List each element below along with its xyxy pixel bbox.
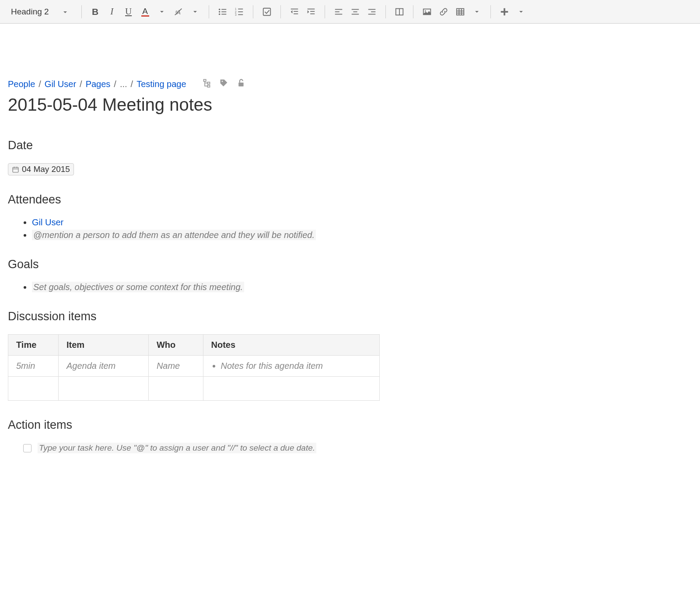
outdent-button[interactable] bbox=[286, 4, 303, 20]
task-checkbox[interactable] bbox=[23, 444, 32, 452]
table-header[interactable]: Who bbox=[148, 335, 203, 356]
text-color-dropdown[interactable] bbox=[154, 4, 170, 20]
list-item[interactable]: @mention a person to add them as an atte… bbox=[32, 230, 517, 240]
task-list-button[interactable] bbox=[259, 4, 275, 20]
table-cell[interactable] bbox=[203, 377, 379, 401]
clear-formatting-button[interactable]: ᵃA bbox=[170, 4, 187, 20]
svg-rect-40 bbox=[500, 11, 508, 13]
unlock-icon[interactable] bbox=[236, 78, 245, 90]
toolbar-separator bbox=[81, 5, 82, 18]
bullet-list-button[interactable] bbox=[214, 4, 231, 20]
numbered-list-icon: 123 bbox=[234, 7, 244, 17]
toolbar-separator bbox=[325, 5, 325, 18]
notes-item[interactable]: Notes for this agenda item bbox=[221, 361, 371, 371]
section-heading-action[interactable]: Action items bbox=[8, 418, 517, 432]
discussion-items-table[interactable]: Time Item Who Notes 5min Agenda item Nam… bbox=[8, 334, 380, 401]
table-cell[interactable] bbox=[8, 377, 59, 401]
plus-icon bbox=[500, 7, 509, 17]
svg-text:3: 3 bbox=[235, 13, 237, 16]
svg-rect-18 bbox=[307, 8, 315, 9]
table-cell[interactable]: 5min bbox=[8, 356, 59, 377]
numbered-list-button[interactable]: 123 bbox=[231, 4, 248, 20]
section-heading-discussion[interactable]: Discussion items bbox=[8, 310, 517, 323]
svg-point-33 bbox=[425, 10, 426, 11]
table-header[interactable]: Time bbox=[8, 335, 59, 356]
table-dropdown[interactable] bbox=[469, 4, 485, 20]
insert-table-button[interactable] bbox=[452, 4, 469, 20]
clear-format-icon: ᵃA bbox=[174, 7, 183, 17]
page-content[interactable]: People / Gil User / Pages / ... / Testin… bbox=[0, 24, 525, 471]
svg-rect-25 bbox=[353, 11, 357, 12]
insert-more-dropdown[interactable] bbox=[513, 4, 529, 20]
align-center-button[interactable] bbox=[347, 4, 364, 20]
breadcrumb-link[interactable]: People bbox=[8, 79, 35, 89]
bold-button[interactable]: B bbox=[87, 4, 104, 20]
svg-rect-46 bbox=[13, 167, 18, 172]
insert-link-button[interactable] bbox=[435, 4, 452, 20]
table-row[interactable] bbox=[8, 377, 380, 401]
breadcrumb-separator: / bbox=[131, 79, 133, 89]
more-formatting-dropdown[interactable] bbox=[187, 4, 203, 20]
toolbar-separator bbox=[253, 5, 253, 18]
indent-button[interactable] bbox=[303, 4, 319, 20]
page-tree-icon[interactable] bbox=[202, 78, 211, 90]
table-cell[interactable]: Agenda item bbox=[58, 356, 148, 377]
svg-rect-22 bbox=[335, 11, 339, 12]
goals-list[interactable]: Set goals, objectives or some context fo… bbox=[32, 282, 517, 292]
table-row[interactable]: 5min Agenda item Name Notes for this age… bbox=[8, 356, 380, 377]
link-icon bbox=[439, 7, 448, 17]
table-header[interactable]: Item bbox=[58, 335, 148, 356]
table-cell[interactable]: Notes for this agenda item bbox=[203, 356, 379, 377]
underline-button[interactable]: U bbox=[120, 4, 137, 20]
layout-icon bbox=[395, 7, 404, 17]
breadcrumb-separator: / bbox=[38, 79, 41, 89]
image-icon bbox=[422, 7, 432, 17]
toolbar-separator bbox=[385, 5, 386, 18]
svg-rect-21 bbox=[335, 9, 342, 10]
table-cell[interactable] bbox=[148, 377, 203, 401]
align-right-button[interactable] bbox=[364, 4, 380, 20]
chevron-down-icon bbox=[62, 7, 67, 17]
table-header[interactable]: Notes bbox=[203, 335, 379, 356]
breadcrumb-link[interactable]: Gil User bbox=[45, 79, 76, 89]
align-right-icon bbox=[367, 7, 377, 17]
svg-rect-3 bbox=[221, 9, 226, 10]
breadcrumb-link[interactable]: Pages bbox=[86, 79, 111, 89]
calendar-icon bbox=[12, 166, 19, 173]
svg-rect-16 bbox=[294, 11, 298, 12]
insert-more-button[interactable] bbox=[496, 4, 513, 20]
insert-image-button[interactable] bbox=[419, 4, 435, 20]
paragraph-style-dropdown[interactable]: Heading 2 bbox=[7, 5, 72, 18]
breadcrumb-current[interactable]: Testing page bbox=[136, 79, 186, 89]
svg-rect-17 bbox=[294, 13, 298, 14]
section-heading-date[interactable]: Date bbox=[8, 139, 517, 152]
list-item[interactable]: Gil User bbox=[32, 217, 517, 228]
svg-rect-11 bbox=[238, 11, 243, 12]
editor-toolbar: Heading 2 B I U A ᵃA 123 bbox=[0, 0, 700, 24]
italic-button[interactable]: I bbox=[104, 4, 120, 20]
task-item[interactable]: Type your task here. Use "@" to assign a… bbox=[23, 443, 517, 453]
date-macro[interactable]: 04 May 2015 bbox=[8, 163, 74, 175]
section-heading-goals[interactable]: Goals bbox=[8, 258, 517, 271]
section-heading-attendees[interactable]: Attendees bbox=[8, 193, 517, 206]
toolbar-separator bbox=[413, 5, 413, 18]
placeholder-text: Type your task here. Use "@" to assign a… bbox=[38, 443, 316, 453]
list-item[interactable]: Set goals, objectives or some context fo… bbox=[32, 282, 517, 292]
page-title[interactable]: 2015-05-04 Meeting notes bbox=[8, 95, 517, 115]
svg-rect-20 bbox=[310, 13, 315, 14]
svg-point-4 bbox=[218, 11, 220, 13]
svg-rect-34 bbox=[456, 8, 464, 15]
table-cell[interactable]: Name bbox=[148, 356, 203, 377]
svg-rect-41 bbox=[203, 80, 206, 81]
placeholder-text: Set goals, objectives or some context fo… bbox=[32, 282, 244, 292]
breadcrumb-ellipsis[interactable]: ... bbox=[120, 79, 127, 89]
page-layout-button[interactable] bbox=[391, 4, 408, 20]
align-center-icon bbox=[350, 7, 360, 17]
table-cell[interactable] bbox=[58, 377, 148, 401]
attendees-list[interactable]: Gil User @mention a person to add them a… bbox=[32, 217, 517, 240]
label-icon[interactable] bbox=[219, 78, 228, 90]
align-left-button[interactable] bbox=[330, 4, 347, 20]
toolbar-separator bbox=[490, 5, 491, 18]
text-color-button[interactable]: A bbox=[137, 4, 154, 20]
user-mention[interactable]: Gil User bbox=[32, 217, 63, 227]
